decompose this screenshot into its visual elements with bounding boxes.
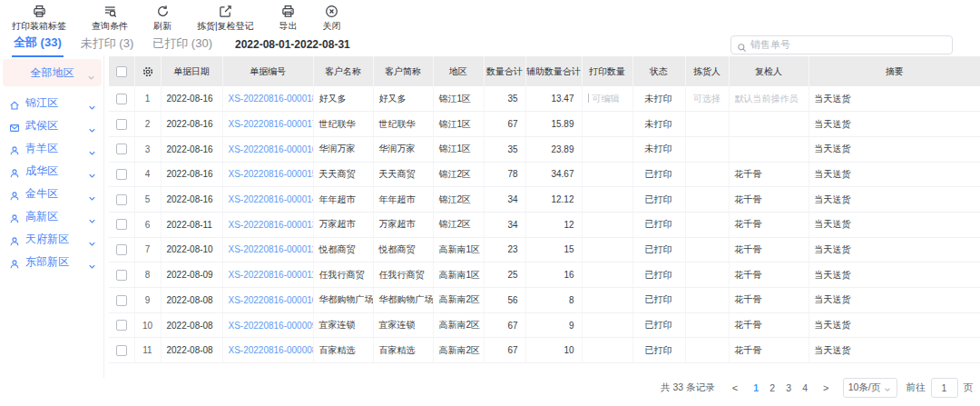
sidebar-item-region-1[interactable]: 锦江区: [0, 92, 103, 114]
row-checkbox[interactable]: [116, 169, 127, 180]
customer-name: 悦都商贸: [313, 237, 373, 262]
customer-name: 万家超市: [313, 212, 373, 237]
sidebar-item-region-7[interactable]: 天府新区: [0, 228, 103, 251]
search-input[interactable]: [750, 39, 946, 50]
picker-cell[interactable]: 可选择: [685, 86, 729, 112]
row-checkbox[interactable]: [116, 295, 127, 306]
doc-number-link[interactable]: XS-20220816-000015: [229, 169, 314, 179]
qty-total: 67: [484, 338, 525, 363]
row-number: 9: [134, 288, 161, 313]
status: 未打印: [632, 112, 685, 137]
page-number-button-4[interactable]: 4: [797, 381, 813, 395]
column-header: 辅助数量合计: [525, 56, 582, 86]
date-range-filter[interactable]: 2022-08-01-2022-08-31: [235, 38, 350, 51]
region-select-label: 全部地区: [31, 65, 74, 81]
aux-qty-total: 15.89: [525, 112, 582, 137]
aux-qty-total: 34.67: [525, 162, 582, 187]
toolbar-button-3[interactable]: 刷新: [145, 5, 180, 33]
region: 锦江2区: [433, 162, 484, 187]
summary: 当天送货: [808, 86, 980, 112]
refresh-icon: [156, 5, 170, 18]
doc-number-link[interactable]: XS-20220816-000008: [229, 345, 314, 355]
column-header: 数量合计: [484, 56, 525, 86]
table-row: 112022-08-08XS-20220816-000008百家精选百家精选高新…: [109, 338, 980, 363]
summary: 当天送货: [808, 136, 980, 162]
chevron-down-icon: [88, 213, 96, 221]
doc-number-link[interactable]: XS-20220816-000014: [229, 194, 314, 204]
status: 已打印: [632, 288, 685, 313]
aux-qty-total: 15: [525, 237, 582, 262]
qty-total: 34: [484, 212, 525, 237]
doc-number-link[interactable]: XS-20220816-000009: [229, 321, 314, 331]
aux-qty-total: 9: [525, 312, 582, 338]
text-cursor-icon: [588, 94, 589, 103]
row-checkbox[interactable]: [116, 119, 127, 130]
column-settings-gear-icon[interactable]: [142, 65, 154, 78]
tab-printed[interactable]: 已打印 (30): [151, 33, 214, 56]
column-header: 拣货人: [685, 56, 729, 86]
doc-number-link[interactable]: XS-20220816-000018: [229, 94, 314, 104]
toolbar-button-1[interactable]: 打印装箱标签: [4, 5, 74, 33]
rechecker-cell[interactable]: 默认当前操作员: [729, 86, 808, 112]
doc-number-link[interactable]: XS-20220816-000011: [229, 270, 314, 280]
status: 未打印: [632, 86, 685, 112]
row-checkbox[interactable]: [116, 194, 127, 205]
next-page-button[interactable]: >: [818, 382, 833, 393]
user-icon: [9, 212, 20, 223]
region-select-dropdown[interactable]: 全部地区: [3, 59, 102, 86]
row-checkbox[interactable]: [116, 144, 127, 154]
page-number-button-2[interactable]: 2: [764, 381, 780, 395]
rechecker-value: 花千骨: [735, 194, 762, 204]
toolbar-button-2[interactable]: 查询条件: [83, 5, 136, 33]
doc-number-link[interactable]: XS-20220816-000017: [229, 119, 314, 129]
row-checkbox[interactable]: [116, 270, 127, 281]
row-checkbox[interactable]: [116, 244, 127, 255]
customer-short-name: 天天商贸: [373, 162, 433, 187]
rechecker-cell: 花千骨: [729, 288, 808, 313]
doc-number-link[interactable]: XS-20220816-000016: [229, 144, 314, 154]
row-checkbox[interactable]: [116, 94, 127, 104]
rechecker-value: 花千骨: [735, 320, 762, 330]
row-checkbox[interactable]: [116, 320, 127, 331]
row-checkbox[interactable]: [116, 345, 127, 356]
customer-name: 天天商贸: [313, 162, 373, 187]
goto-page-input[interactable]: [931, 378, 958, 398]
tab-all[interactable]: 全部 (33): [12, 32, 64, 57]
column-header: 打印数量: [582, 56, 632, 86]
doc-number-link[interactable]: XS-20220816-000010: [229, 295, 314, 305]
sidebar-item-region-2[interactable]: 武侯区: [0, 114, 103, 137]
sidebar-item-region-6[interactable]: 高新区: [0, 205, 103, 228]
print-qty-cell[interactable]: 可编辑: [582, 86, 632, 112]
picker-cell: [685, 288, 729, 313]
search-box[interactable]: [730, 35, 953, 54]
rechecker-value: 花千骨: [735, 169, 762, 179]
toolbar-button-label: 关闭: [323, 20, 341, 33]
sidebar-item-region-3[interactable]: 青羊区: [0, 137, 103, 160]
page-number-button-3[interactable]: 3: [780, 381, 797, 395]
table-header-row: 单据日期单据编号客户名称客户简称地区数量合计辅助数量合计打印数量状态拣货人复检人…: [109, 56, 980, 86]
sidebar-item-region-8[interactable]: 东部新区: [0, 251, 103, 273]
qty-total: 35: [484, 86, 525, 112]
picker-cell: [685, 237, 729, 262]
row-checkbox[interactable]: [116, 219, 127, 230]
rechecker-value: 花千骨: [735, 270, 762, 280]
search-list-icon: [103, 5, 117, 18]
column-header: 状态: [632, 56, 685, 86]
toolbar-button-4[interactable]: 拣货|复检登记: [189, 5, 262, 33]
tab-unprinted[interactable]: 未打印 (3): [79, 33, 136, 56]
aux-qty-total: 16: [525, 262, 582, 288]
rechecker-cell: 花千骨: [729, 237, 808, 262]
toolbar-button-5[interactable]: 导出: [271, 5, 306, 33]
doc-number-link[interactable]: XS-20220816-000013: [229, 220, 314, 230]
doc-number-link[interactable]: XS-20220816-000012: [229, 244, 314, 254]
prev-page-button[interactable]: <: [728, 382, 742, 393]
sidebar-item-region-4[interactable]: 成华区: [0, 160, 103, 183]
status: 已打印: [632, 262, 685, 288]
select-all-checkbox[interactable]: [116, 66, 127, 77]
page-size-select[interactable]: 10条/页: [843, 378, 897, 398]
page-number-button-1[interactable]: 1: [748, 381, 764, 395]
toolbar-button-6[interactable]: 关闭: [315, 5, 349, 33]
sidebar-item-region-5[interactable]: 金牛区: [0, 183, 103, 205]
print-qty-cell: [582, 112, 632, 137]
toolbar-button-label: 打印装箱标签: [12, 20, 66, 33]
